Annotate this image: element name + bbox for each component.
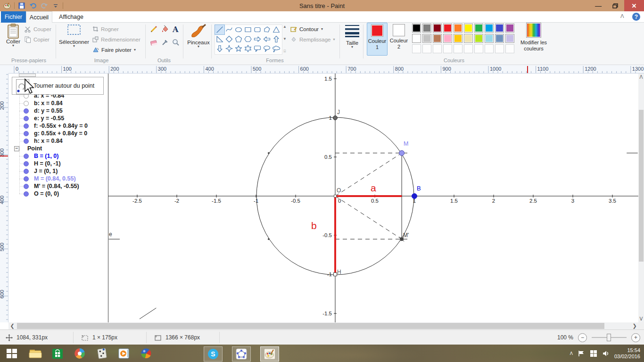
shapes-more-icon[interactable]: ⍗ — [284, 49, 286, 54]
magnifier-tool[interactable] — [172, 39, 180, 47]
undo-button[interactable] — [29, 1, 37, 10]
minimize-button[interactable]: — — [590, 0, 606, 11]
shape-diamond[interactable] — [224, 34, 234, 44]
shape-hexagon[interactable] — [243, 34, 253, 44]
cut-button[interactable]: Couper — [25, 26, 51, 33]
color1-button[interactable]: Couleur1 — [367, 23, 388, 56]
rotate-button[interactable]: Faire pivoter ▾ — [92, 47, 136, 53]
restore-button[interactable] — [607, 0, 623, 11]
horizontal-scroll-thumb[interactable] — [17, 323, 604, 329]
horizontal-scrollbar[interactable]: ❮ ❯ — [8, 322, 638, 329]
resize-button[interactable]: Redimensionner — [92, 36, 140, 42]
taskbar-paint-icon[interactable] — [260, 346, 279, 362]
shape-callout-cloud[interactable] — [272, 44, 281, 53]
tab-affichage[interactable]: Affichage — [55, 11, 87, 23]
palette-color-swatch[interactable] — [464, 24, 473, 33]
palette-empty-slot[interactable] — [422, 44, 431, 53]
pencil-tool[interactable] — [150, 25, 158, 34]
shape-callout-rounded[interactable] — [253, 44, 262, 53]
close-button[interactable]: ✕ — [624, 0, 644, 11]
shape-rectangle[interactable] — [243, 25, 253, 34]
collapse-ribbon-chevron-icon[interactable]: ᐱ — [620, 13, 624, 19]
color2-button[interactable]: Couleur2 — [388, 23, 409, 56]
shape-polygon[interactable] — [262, 25, 272, 34]
qat-customize-button[interactable] — [51, 1, 60, 10]
zoom-slider-thumb[interactable] — [607, 334, 611, 341]
tray-clock[interactable]: 15:54 03/02/2016 — [614, 347, 640, 360]
taskbar-explorer-icon[interactable] — [26, 346, 44, 361]
zoom-in-button[interactable]: + — [631, 333, 640, 342]
crop-button[interactable]: Rogner — [92, 26, 119, 32]
palette-color-swatch[interactable] — [474, 34, 483, 43]
shape-line[interactable] — [215, 25, 224, 34]
action-center-flag-icon[interactable] — [578, 350, 585, 357]
palette-color-swatch[interactable] — [412, 24, 421, 33]
palette-color-swatch[interactable] — [443, 34, 452, 43]
tab-fichier[interactable]: Fichier — [1, 11, 26, 23]
scroll-down-icon[interactable]: ᐯ — [637, 316, 644, 321]
palette-color-swatch[interactable] — [474, 24, 483, 33]
edit-colors-button[interactable]: Modifier lescouleurs — [518, 23, 550, 52]
palette-color-swatch[interactable] — [443, 24, 452, 33]
taskbar-skype-icon[interactable]: S — [204, 346, 223, 362]
taskbar-media-player-icon[interactable] — [115, 346, 133, 361]
select-button[interactable]: Sélectionner ▾ — [58, 24, 90, 48]
shape-star-6[interactable] — [243, 44, 253, 53]
palette-empty-slot[interactable] — [433, 44, 442, 53]
palette-color-swatch[interactable] — [464, 34, 473, 43]
taskbar-start-icon[interactable] — [3, 346, 21, 361]
palette-color-swatch[interactable] — [495, 24, 504, 33]
palette-empty-slot[interactable] — [485, 44, 494, 53]
palette-color-swatch[interactable] — [454, 34, 462, 43]
color-picker-tool[interactable] — [161, 39, 169, 47]
palette-empty-slot[interactable] — [505, 44, 514, 53]
shape-right-triangle[interactable] — [215, 34, 224, 44]
text-tool[interactable]: A — [173, 25, 178, 33]
taskbar-store-icon[interactable] — [49, 346, 66, 361]
volume-icon[interactable] — [602, 350, 610, 357]
palette-color-swatch[interactable] — [505, 24, 514, 33]
hidden-icons-chevron-icon[interactable]: ᐱ — [570, 351, 573, 356]
palette-color-swatch[interactable] — [485, 34, 494, 43]
shape-star-4[interactable] — [224, 44, 234, 53]
taskbar-converter-icon[interactable] — [71, 346, 89, 361]
palette-empty-slot[interactable] — [495, 44, 504, 53]
size-button[interactable]: Taille ▾ — [341, 24, 363, 49]
scroll-right-icon[interactable]: ❯ — [631, 323, 638, 329]
shape-triangle[interactable] — [272, 25, 281, 34]
zoom-slider[interactable] — [592, 334, 627, 341]
paint-logo-icon[interactable] — [3, 1, 11, 10]
palette-color-swatch[interactable] — [454, 24, 462, 33]
palette-color-swatch[interactable] — [422, 24, 431, 33]
shape-arrow-left[interactable] — [262, 34, 272, 44]
vertical-scrollbar[interactable]: ᐱ ᐯ — [638, 74, 644, 322]
taskbar-ball-icon[interactable] — [137, 346, 155, 361]
shape-star-5[interactable] — [234, 44, 243, 53]
eraser-tool[interactable] — [150, 39, 158, 47]
save-button[interactable] — [17, 1, 26, 10]
scroll-left-icon[interactable]: ❮ — [8, 323, 16, 329]
palette-empty-slot[interactable] — [412, 44, 421, 53]
redo-button[interactable] — [40, 1, 49, 10]
palette-color-swatch[interactable] — [495, 34, 504, 43]
palette-color-swatch[interactable] — [433, 34, 442, 43]
shapes-scroll-up-icon[interactable]: ▲ — [283, 25, 287, 29]
taskbar-dice-icon[interactable] — [93, 346, 111, 361]
help-icon[interactable]: ? — [632, 13, 640, 21]
scroll-up-icon[interactable]: ᐱ — [637, 74, 644, 80]
zoom-out-button[interactable]: − — [578, 333, 587, 342]
shape-callout-oval[interactable] — [262, 44, 272, 53]
palette-color-swatch[interactable] — [433, 24, 442, 33]
palette-color-swatch[interactable] — [412, 34, 421, 43]
vertical-scroll-thumb[interactable] — [639, 110, 644, 262]
get-windows10-icon[interactable] — [590, 350, 597, 357]
shape-fill-button[interactable]: Remplissage ▾ — [290, 36, 335, 42]
taskbar-geogebra-icon[interactable] — [232, 346, 251, 362]
palette-empty-slot[interactable] — [474, 44, 483, 53]
palette-empty-slot[interactable] — [464, 44, 473, 53]
palette-color-swatch[interactable] — [505, 34, 514, 43]
shape-curve[interactable] — [224, 25, 234, 34]
shape-rounded-rectangle[interactable] — [253, 25, 262, 34]
palette-empty-slot[interactable] — [454, 44, 462, 53]
tab-accueil[interactable]: Accueil — [26, 11, 52, 23]
